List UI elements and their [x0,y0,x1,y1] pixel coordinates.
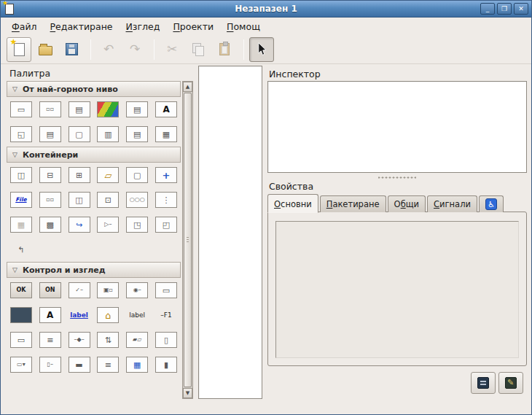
toolbar-icon[interactable]: ▫▫ [36,187,65,212]
paned-icon[interactable]: ◫ [65,187,94,212]
arrow-icon[interactable]: ↰ [7,237,36,262]
text-view-icon[interactable]: ≡ [36,327,65,352]
text-label-icon[interactable]: label [122,303,152,327]
aspectframe-icon[interactable]: ◰ [152,212,181,237]
scroll-down-icon[interactable]: ▼ [183,388,192,398]
properties-buttons [471,372,523,394]
open-icon [39,46,52,55]
redo-icon: ↷ [130,43,140,55]
menu-view[interactable]: Изглед [120,19,167,34]
open-button[interactable] [33,37,58,62]
entry-icon[interactable]: ▭ [7,327,36,352]
combo-icon[interactable]: ▣▫ [93,278,122,303]
palette-section-header[interactable]: ▽От най-горното ниво [7,81,181,97]
cut-button[interactable]: ✂ [160,37,184,62]
undo-button[interactable]: ↶ [96,37,121,62]
vscale-icon[interactable]: ▯ [152,327,181,352]
handlebox-icon[interactable]: ↪ [65,212,94,237]
accel-label-icon[interactable]: –F1 [152,303,181,327]
image-icon[interactable]: ⌂ [93,303,122,327]
menu-edit[interactable]: Редактиране [44,19,120,34]
vscrollbar-icon[interactable]: ▮ [152,352,181,377]
hscrollbar-icon[interactable]: ▬ [65,352,94,377]
label-icon[interactable]: label [65,303,94,327]
font-button-icon[interactable]: A [36,303,65,327]
notebook-icon[interactable]: ⊡ [93,187,122,212]
palette-section-header[interactable]: ▽Контейнери [7,147,181,163]
properties-edit-button[interactable] [498,372,523,394]
details-icon [477,377,489,389]
close-button[interactable]: ✕ [514,3,528,15]
expander-arrow-icon: ▽ [12,266,17,274]
menubar-icon[interactable]: File [7,187,36,212]
vbox-icon[interactable]: ⊟ [36,163,65,187]
expander-icon[interactable]: ▷– [93,212,122,237]
message-dialog-icon[interactable]: ▤ [65,97,94,122]
hbuttonbox-icon[interactable]: ○○○ [122,187,152,212]
hbox-icon[interactable]: ◫ [7,163,36,187]
titlebar[interactable]: Незапазен 1 _ ❐ ✕ [1,1,531,18]
toggle-button-icon[interactable]: ON [36,278,65,303]
tab-general[interactable]: Основни [267,194,318,213]
combo-box-entry-icon[interactable]: ▯– [36,352,65,377]
fixed-icon[interactable]: ▦ [7,212,36,237]
statusbar-icon[interactable]: ≡ [93,352,122,377]
color-selection-dialog-icon[interactable]: ▦ [93,97,122,122]
table-icon[interactable]: ⊞ [65,163,94,187]
font-selection-dialog-icon[interactable]: A [152,97,181,122]
window-icon[interactable]: ▭ [7,97,36,122]
tab-packing[interactable]: Пакетиране [320,195,386,212]
frame-icon[interactable]: ▢ [122,163,152,187]
file-chooser-button-icon[interactable]: ▭ [152,278,181,303]
copy-icon [192,43,204,55]
tab-signals[interactable]: Сигнали [427,195,477,212]
assistant-icon[interactable]: ▢ [65,122,94,147]
save-button[interactable] [59,37,84,62]
radio-button-icon[interactable]: ◉– [122,278,152,303]
icon-view-icon[interactable]: ▦ [122,352,152,377]
folder-icon[interactable]: ▱ [93,163,122,187]
combo-box-icon[interactable]: ▭▾ [7,352,36,377]
button-icon[interactable]: OK [7,278,36,303]
about-dialog-icon[interactable]: ▤ [36,122,65,147]
maximize-button[interactable]: ❐ [497,3,512,15]
inspector-panel[interactable] [267,81,527,173]
layout-icon[interactable]: ▩ [36,212,65,237]
window-group-icon[interactable]: ▤ [122,122,152,147]
palette-section-header[interactable]: ▽Контрол и изглед [7,262,181,278]
new-button[interactable] [7,37,31,62]
menu-help[interactable]: Помощ [220,19,267,34]
scrollbar-thumb[interactable] [184,93,192,387]
copy-button[interactable] [186,37,211,62]
edit-icon [505,377,517,389]
file-chooser-dialog-icon[interactable]: ▤ [122,97,152,122]
dialog-icon[interactable]: ▫▫ [36,97,65,122]
selector-button[interactable] [249,37,274,62]
paned-grip[interactable] [378,176,416,179]
plug-icon[interactable]: ▦ [152,122,181,147]
tab-accessibility[interactable]: ♿ [479,195,504,212]
properties-details-button[interactable] [471,372,496,394]
input-dialog-icon[interactable]: ◱ [7,122,36,147]
accessibility-icon: ♿ [485,198,497,210]
paste-button[interactable] [212,37,237,62]
scroll-up-icon[interactable]: ▲ [183,82,192,92]
toolbar-separator [154,39,154,60]
progress-bar-icon[interactable]: ▰▱ [122,327,152,352]
recent-chooser-dialog-icon[interactable]: ▥ [93,122,122,147]
spin-button-icon[interactable]: ⇅ [93,327,122,352]
color-button-icon[interactable] [7,303,36,327]
menu-projects[interactable]: Проекти [166,19,220,34]
design-canvas[interactable] [198,66,262,399]
toolbar: ↶↷✂ [1,35,531,64]
hscale-icon[interactable]: –◆– [65,327,94,352]
menu-file[interactable]: Файл [5,19,44,34]
tab-common[interactable]: Общи [388,195,426,212]
check-button-icon[interactable]: ✓– [65,278,94,303]
palette-scrollbar[interactable]: ▲ ▼ [182,81,193,399]
vbuttonbox-icon[interactable]: ⋮ [152,187,181,212]
alignment-icon[interactable]: + [152,163,181,187]
redo-button[interactable]: ↷ [122,37,147,62]
viewport-icon[interactable]: ◳ [122,212,152,237]
minimize-button[interactable]: _ [480,3,495,15]
